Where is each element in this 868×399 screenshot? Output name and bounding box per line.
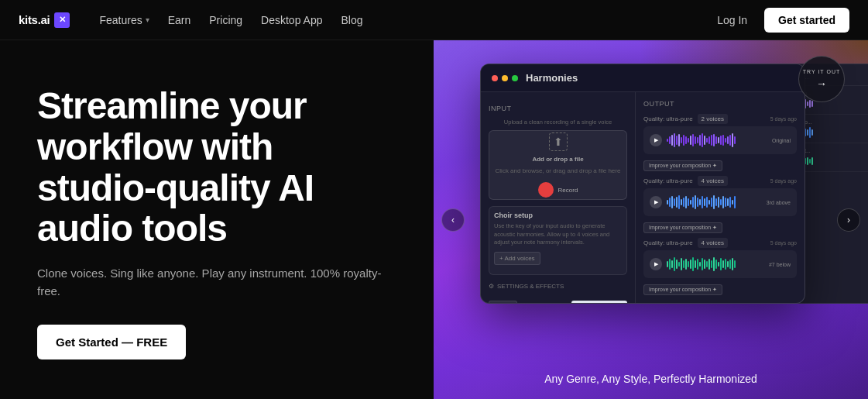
logo-icon: ✕ [54,12,70,28]
voices-count-3: 4 voices [698,238,728,248]
settings-icon: ⚙ [489,283,494,290]
add-voices-button[interactable]: + Add voices [494,252,540,265]
quality-label-2: Quality: ultra-pure [643,177,693,184]
choir-setup-desc: Use the key of your input audio to gener… [494,222,622,247]
record-label: Record [558,187,578,194]
play-button-1[interactable]: ▶ [650,134,662,146]
chevron-down-icon: ▾ [146,15,149,24]
hero-left: Streamline your workflow with studio-qua… [0,40,434,399]
improve-button-1[interactable]: Improve your composition ✦ [643,160,722,171]
arrow-right-icon: → [816,77,827,90]
drop-label: Add or drop a file [532,156,583,163]
waveform-label-3: #7 below [769,262,791,267]
file-drop-zone[interactable]: ⬆ Add or drop a file Click and browse, o… [489,130,627,200]
settings-label: SETTINGS & EFFECTS [497,283,564,290]
quality-label-3: Quality: ultra-pure [643,239,693,246]
output-row-1: Quality: ultra-pure 2 voices 5 days ago … [643,114,797,171]
voices-count-1: 2 voices [698,114,728,124]
nav-right: Log In Get started [709,8,849,33]
nav-links: Features ▾ Earn Pricing Desktop App Blog [91,9,709,31]
try-it-label: TRY IT OUT [803,68,841,75]
waveform-visual-1 [667,132,767,148]
choir-setup-box: Choir setup Use the key of your input au… [489,206,627,275]
play-button-2[interactable]: ▶ [650,196,662,208]
nav-blog[interactable]: Blog [333,9,370,31]
improve-button-2[interactable]: Improve your composition ✦ [643,222,722,233]
hero-subtitle: Clone voices. Sing like anyone. Play any… [37,265,396,300]
improve-button-3[interactable]: Improve your composition ✦ [643,284,722,295]
hero-title: Streamline your workflow with studio-qua… [37,86,396,249]
mockup-caption: Any Genre, Any Style, Perfectly Harmoniz… [434,373,868,385]
waveform-label-2: 3rd above [767,200,791,205]
record-indicator [538,182,554,198]
mockup-titlebar: Harmonies [481,64,805,92]
nav-earn[interactable]: Earn [160,9,199,31]
upload-icon: ⬆ [549,132,568,151]
output-row-2: Quality: ultra-pure 4 voices 5 days ago … [643,176,797,233]
logo[interactable]: kits.ai ✕ [19,12,70,28]
mockup-right-panel: Output Quality: ultra-pure 2 voices 5 da… [636,92,805,304]
partial-waveform-3 [798,156,862,167]
login-button[interactable]: Log In [709,9,755,31]
input-desc: Upload a clean recording of a single voi… [489,119,627,126]
output-controls-1: Quality: ultra-pure 2 voices 5 days ago [643,114,797,124]
partial-row-label-3: Nat... [798,148,862,153]
partial-waveform-2 [798,127,862,138]
main-content: Streamline your workflow with studio-qua… [0,40,868,399]
navbar: kits.ai ✕ Features ▾ Earn Pricing Deskto… [0,0,868,40]
try-it-badge[interactable]: TRY IT OUT → [798,56,845,102]
nav-features[interactable]: Features ▾ [91,9,156,31]
input-label: Input [489,105,627,112]
waveform-label-1: Original [772,138,791,143]
mockup-caption-text: Any Genre, Any Style, Perfectly Harmoniz… [434,373,868,385]
minimize-dot [502,75,508,81]
voices-count-2: 4 voices [698,176,728,186]
voices-row: + Add voices [494,252,622,265]
waveform-row-2: ▶ 3rd above [643,188,797,216]
output-label: Output [643,100,797,108]
timestamp-1: 5 days ago [770,116,797,122]
mockup-title: Harmonies [526,72,578,84]
settings-row: ⚙ SETTINGS & EFFECTS [489,283,627,290]
get-started-nav-button[interactable]: Get started [764,8,849,33]
waveform-row-1: ▶ Original [643,126,797,154]
carousel-next-button[interactable]: › [837,208,860,232]
output-controls-2: Quality: ultra-pure 4 voices 5 days ago [643,176,797,186]
waveform-visual-2 [667,194,762,210]
output-controls-3: Quality: ultra-pure 4 voices 5 days ago [643,238,797,248]
logo-text: kits.ai [19,13,50,26]
waveform-visual-3 [667,256,764,272]
drop-sub: Click and browse, or drag and drop a fil… [496,167,621,174]
play-button-3[interactable]: ▶ [650,258,662,270]
reset-button[interactable]: RESET [489,301,517,304]
mockup-left-panel: Input Upload a clean recording of a sing… [481,92,636,304]
choir-setup-label: Choir setup [494,212,622,219]
waveform-row-3: ▶ #7 below [643,250,797,278]
timestamp-3: 5 days ago [770,240,797,246]
hero-right: ‹ Harmonies Input Upload a clean recordi… [434,40,868,399]
get-started-hero-button[interactable]: Get Started — FREE [37,325,186,359]
carousel-prev-button[interactable]: ‹ [441,208,465,232]
maximize-dot [512,75,518,81]
output-row-3: Quality: ultra-pure 4 voices 5 days ago … [643,238,797,295]
quality-label-1: Quality: ultra-pure [643,115,693,122]
nav-pricing[interactable]: Pricing [201,9,250,31]
timestamp-2: 5 days ago [770,178,797,184]
close-dot [492,75,498,81]
app-mockup: Harmonies Input Upload a clean recording… [480,64,805,304]
window-controls [492,75,518,81]
nav-desktop-app[interactable]: Desktop App [253,9,330,31]
select-voices-button[interactable]: SELECT VOICES [571,301,627,304]
partial-row-label-2: Dup... [798,119,862,125]
mockup-body: Input Upload a clean recording of a sing… [481,92,805,304]
